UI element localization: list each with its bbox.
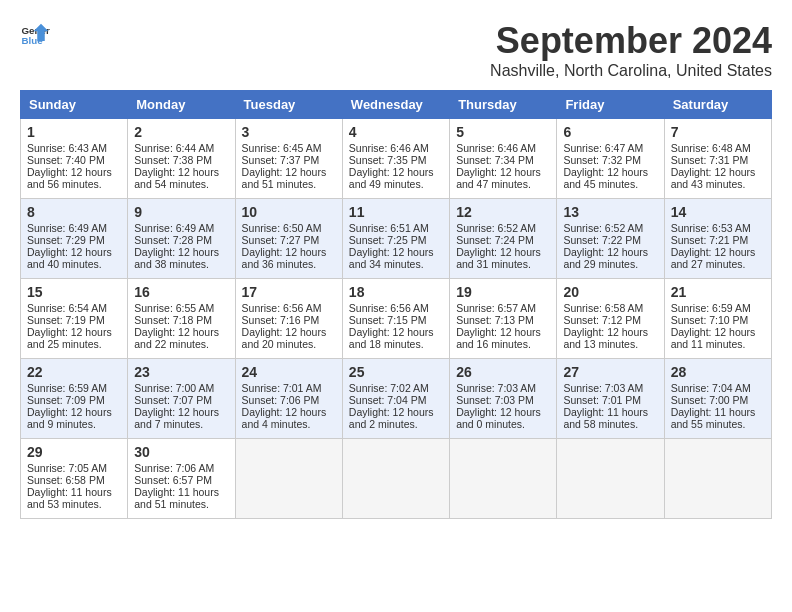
sunset: Sunset: 7:38 PM xyxy=(134,154,212,166)
calendar-cell: 2Sunrise: 6:44 AMSunset: 7:38 PMDaylight… xyxy=(128,119,235,199)
calendar-week-row: 1Sunrise: 6:43 AMSunset: 7:40 PMDaylight… xyxy=(21,119,772,199)
calendar-cell: 15Sunrise: 6:54 AMSunset: 7:19 PMDayligh… xyxy=(21,279,128,359)
calendar-week-row: 8Sunrise: 6:49 AMSunset: 7:29 PMDaylight… xyxy=(21,199,772,279)
sunset: Sunset: 7:31 PM xyxy=(671,154,749,166)
sunrise: Sunrise: 6:53 AM xyxy=(671,222,751,234)
day-number: 26 xyxy=(456,364,550,380)
sunrise: Sunrise: 7:06 AM xyxy=(134,462,214,474)
daylight: Daylight: 12 hours and 49 minutes. xyxy=(349,166,434,190)
sunset: Sunset: 7:21 PM xyxy=(671,234,749,246)
calendar-cell xyxy=(342,439,449,519)
sunset: Sunset: 7:34 PM xyxy=(456,154,534,166)
sunset: Sunset: 7:27 PM xyxy=(242,234,320,246)
day-number: 1 xyxy=(27,124,121,140)
weekday-header: Friday xyxy=(557,91,664,119)
sunrise: Sunrise: 6:57 AM xyxy=(456,302,536,314)
day-number: 8 xyxy=(27,204,121,220)
calendar-cell: 5Sunrise: 6:46 AMSunset: 7:34 PMDaylight… xyxy=(450,119,557,199)
day-number: 9 xyxy=(134,204,228,220)
sunrise: Sunrise: 6:44 AM xyxy=(134,142,214,154)
weekday-header: Tuesday xyxy=(235,91,342,119)
calendar-cell: 17Sunrise: 6:56 AMSunset: 7:16 PMDayligh… xyxy=(235,279,342,359)
sunrise: Sunrise: 7:03 AM xyxy=(456,382,536,394)
location: Nashville, North Carolina, United States xyxy=(490,62,772,80)
sunrise: Sunrise: 7:00 AM xyxy=(134,382,214,394)
sunrise: Sunrise: 6:52 AM xyxy=(456,222,536,234)
daylight: Daylight: 12 hours and 13 minutes. xyxy=(563,326,648,350)
calendar-cell: 25Sunrise: 7:02 AMSunset: 7:04 PMDayligh… xyxy=(342,359,449,439)
calendar-week-row: 22Sunrise: 6:59 AMSunset: 7:09 PMDayligh… xyxy=(21,359,772,439)
day-number: 13 xyxy=(563,204,657,220)
daylight: Daylight: 12 hours and 36 minutes. xyxy=(242,246,327,270)
calendar-cell: 1Sunrise: 6:43 AMSunset: 7:40 PMDaylight… xyxy=(21,119,128,199)
sunset: Sunset: 7:29 PM xyxy=(27,234,105,246)
calendar-cell: 14Sunrise: 6:53 AMSunset: 7:21 PMDayligh… xyxy=(664,199,771,279)
calendar-cell: 18Sunrise: 6:56 AMSunset: 7:15 PMDayligh… xyxy=(342,279,449,359)
calendar-cell: 13Sunrise: 6:52 AMSunset: 7:22 PMDayligh… xyxy=(557,199,664,279)
day-number: 19 xyxy=(456,284,550,300)
daylight: Daylight: 12 hours and 27 minutes. xyxy=(671,246,756,270)
sunrise: Sunrise: 6:47 AM xyxy=(563,142,643,154)
calendar-week-row: 15Sunrise: 6:54 AMSunset: 7:19 PMDayligh… xyxy=(21,279,772,359)
calendar-cell: 4Sunrise: 6:46 AMSunset: 7:35 PMDaylight… xyxy=(342,119,449,199)
calendar-cell: 29Sunrise: 7:05 AMSunset: 6:58 PMDayligh… xyxy=(21,439,128,519)
daylight: Daylight: 12 hours and 38 minutes. xyxy=(134,246,219,270)
calendar-cell: 28Sunrise: 7:04 AMSunset: 7:00 PMDayligh… xyxy=(664,359,771,439)
calendar-cell xyxy=(557,439,664,519)
sunset: Sunset: 7:28 PM xyxy=(134,234,212,246)
sunset: Sunset: 7:04 PM xyxy=(349,394,427,406)
day-number: 20 xyxy=(563,284,657,300)
daylight: Daylight: 12 hours and 43 minutes. xyxy=(671,166,756,190)
daylight: Daylight: 12 hours and 11 minutes. xyxy=(671,326,756,350)
day-number: 28 xyxy=(671,364,765,380)
day-number: 23 xyxy=(134,364,228,380)
day-number: 21 xyxy=(671,284,765,300)
weekday-header: Saturday xyxy=(664,91,771,119)
sunset: Sunset: 7:15 PM xyxy=(349,314,427,326)
sunrise: Sunrise: 6:43 AM xyxy=(27,142,107,154)
calendar-cell: 7Sunrise: 6:48 AMSunset: 7:31 PMDaylight… xyxy=(664,119,771,199)
sunset: Sunset: 7:24 PM xyxy=(456,234,534,246)
calendar-cell xyxy=(235,439,342,519)
sunrise: Sunrise: 6:55 AM xyxy=(134,302,214,314)
daylight: Daylight: 12 hours and 9 minutes. xyxy=(27,406,112,430)
sunrise: Sunrise: 6:46 AM xyxy=(456,142,536,154)
sunrise: Sunrise: 7:03 AM xyxy=(563,382,643,394)
daylight: Daylight: 12 hours and 25 minutes. xyxy=(27,326,112,350)
logo: General Blue xyxy=(20,20,50,50)
calendar-cell: 26Sunrise: 7:03 AMSunset: 7:03 PMDayligh… xyxy=(450,359,557,439)
weekday-header: Wednesday xyxy=(342,91,449,119)
calendar-cell: 23Sunrise: 7:00 AMSunset: 7:07 PMDayligh… xyxy=(128,359,235,439)
daylight: Daylight: 12 hours and 47 minutes. xyxy=(456,166,541,190)
calendar-cell: 22Sunrise: 6:59 AMSunset: 7:09 PMDayligh… xyxy=(21,359,128,439)
sunrise: Sunrise: 7:04 AM xyxy=(671,382,751,394)
calendar-cell: 12Sunrise: 6:52 AMSunset: 7:24 PMDayligh… xyxy=(450,199,557,279)
weekday-header: Thursday xyxy=(450,91,557,119)
sunrise: Sunrise: 7:02 AM xyxy=(349,382,429,394)
calendar-week-row: 29Sunrise: 7:05 AMSunset: 6:58 PMDayligh… xyxy=(21,439,772,519)
daylight: Daylight: 12 hours and 40 minutes. xyxy=(27,246,112,270)
calendar-cell: 21Sunrise: 6:59 AMSunset: 7:10 PMDayligh… xyxy=(664,279,771,359)
sunset: Sunset: 7:13 PM xyxy=(456,314,534,326)
daylight: Daylight: 12 hours and 34 minutes. xyxy=(349,246,434,270)
calendar-cell: 19Sunrise: 6:57 AMSunset: 7:13 PMDayligh… xyxy=(450,279,557,359)
daylight: Daylight: 12 hours and 0 minutes. xyxy=(456,406,541,430)
day-number: 17 xyxy=(242,284,336,300)
day-number: 27 xyxy=(563,364,657,380)
sunrise: Sunrise: 7:05 AM xyxy=(27,462,107,474)
sunset: Sunset: 6:58 PM xyxy=(27,474,105,486)
day-number: 22 xyxy=(27,364,121,380)
daylight: Daylight: 12 hours and 31 minutes. xyxy=(456,246,541,270)
calendar-cell: 27Sunrise: 7:03 AMSunset: 7:01 PMDayligh… xyxy=(557,359,664,439)
sunrise: Sunrise: 6:49 AM xyxy=(27,222,107,234)
sunset: Sunset: 7:18 PM xyxy=(134,314,212,326)
sunset: Sunset: 7:09 PM xyxy=(27,394,105,406)
sunrise: Sunrise: 6:59 AM xyxy=(27,382,107,394)
daylight: Daylight: 12 hours and 16 minutes. xyxy=(456,326,541,350)
calendar-cell: 11Sunrise: 6:51 AMSunset: 7:25 PMDayligh… xyxy=(342,199,449,279)
daylight: Daylight: 12 hours and 18 minutes. xyxy=(349,326,434,350)
daylight: Daylight: 11 hours and 55 minutes. xyxy=(671,406,756,430)
daylight: Daylight: 12 hours and 56 minutes. xyxy=(27,166,112,190)
calendar-cell: 6Sunrise: 6:47 AMSunset: 7:32 PMDaylight… xyxy=(557,119,664,199)
calendar-cell xyxy=(664,439,771,519)
